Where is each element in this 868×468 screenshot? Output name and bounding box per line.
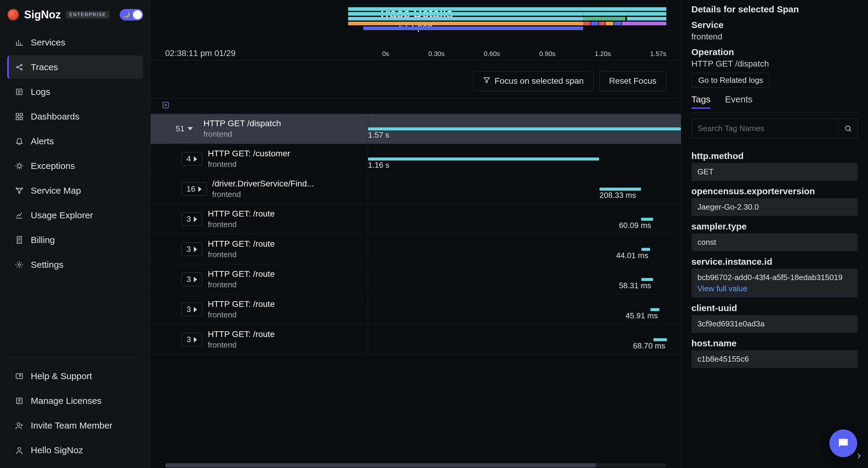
main: Trace Details 51 Span 02:38:11 pm 01/29 … [151, 0, 868, 468]
child-count-pill[interactable]: 3 [181, 333, 202, 346]
grid-icon [14, 112, 24, 121]
nav-divider [7, 358, 143, 358]
chat-fab[interactable] [830, 430, 857, 457]
overview-segment [348, 22, 583, 25]
caret-right-icon [194, 307, 197, 312]
sidebar-item-hello-signoz[interactable]: Hello SigNoz [7, 438, 143, 462]
overview-row [348, 17, 666, 21]
span-row-right: 58.31 ms [368, 264, 681, 294]
sidebar-item-billing[interactable]: Billing [7, 228, 143, 252]
tab-events[interactable]: Events [725, 94, 752, 109]
tag-value: c1b8e45155c6 [691, 350, 858, 368]
svg-rect-7 [20, 117, 22, 120]
sidebar-item-alerts[interactable]: Alerts [7, 130, 143, 153]
filter-icon [483, 76, 490, 86]
child-count: 51 [176, 124, 184, 133]
sidebar-item-traces[interactable]: Traces [7, 56, 143, 79]
child-count-pill[interactable]: 51 [170, 122, 198, 136]
child-count: 3 [187, 214, 191, 224]
sidebar-item-label: Invite Team Member [31, 421, 113, 431]
child-count-pill[interactable]: 4 [181, 152, 202, 166]
span-row[interactable]: 3HTTP GET: /routefrontend44.01 ms [151, 234, 681, 264]
key-icon [14, 396, 24, 406]
time-axis: 02:38:11 pm 01/29 0s0.30s0.60s0.90s1.20s… [151, 48, 681, 60]
overview-segment [583, 12, 628, 16]
operation-name: HTTP GET: /route [208, 330, 275, 339]
sidebar-item-exceptions[interactable]: Exceptions [7, 154, 143, 178]
span-row[interactable]: 16/driver.DriverService/Find...frontend2… [151, 174, 681, 204]
child-count-pill[interactable]: 16 [181, 182, 207, 196]
sidebar-item-invite-team-member[interactable]: Invite Team Member [7, 414, 143, 437]
tag-search-input[interactable] [691, 119, 838, 138]
overview-segment [591, 22, 598, 25]
operation-name: HTTP GET: /route [208, 299, 275, 309]
span-row[interactable]: 4HTTP GET: /customerfrontend1.16 s [151, 144, 681, 174]
logs-icon [14, 87, 24, 97]
related-logs-button[interactable]: Go to Related logs [691, 73, 770, 88]
span-row[interactable]: 3HTTP GET: /routefrontend60.09 ms [151, 204, 681, 234]
tag-key: host.name [691, 338, 858, 348]
child-count-pill[interactable]: 3 [181, 242, 202, 256]
svg-point-8 [18, 164, 21, 168]
view-full-value-link[interactable]: View full value [698, 284, 747, 293]
sidebar-item-settings[interactable]: Settings [7, 253, 143, 276]
details-tabs: Tags Events [691, 94, 858, 113]
span-row[interactable]: 3HTTP GET: /routefrontend45.91 ms [151, 295, 681, 325]
tag-value: const [691, 233, 858, 251]
tag-key: client-uuid [691, 303, 858, 313]
horizontal-scrollbar[interactable] [165, 463, 666, 467]
sidebar-item-service-map[interactable]: Service Map [7, 179, 143, 202]
tab-tags[interactable]: Tags [691, 94, 710, 109]
brand-bar: SigNoz ENTERPRISE [7, 6, 143, 30]
tag-search-button[interactable] [838, 119, 858, 138]
sidebar-item-label: Settings [31, 260, 63, 270]
svg-point-2 [21, 69, 22, 70]
span-row[interactable]: 3HTTP GET: /routefrontend68.70 ms [151, 325, 681, 355]
sidebar-item-label: Traces [31, 62, 58, 72]
chevron-right-icon[interactable] [853, 450, 865, 462]
reset-focus-button[interactable]: Reset Focus [599, 71, 666, 91]
span-bar [368, 158, 599, 161]
span-duration-label: 1.57 s [368, 130, 390, 140]
span-duration-label: 60.09 ms [619, 221, 651, 230]
svg-point-11 [19, 192, 20, 194]
span-rows: 51HTTP GET /dispatchfrontend1.57 s4HTTP … [151, 114, 681, 355]
sidebar-item-logs[interactable]: Logs [7, 80, 143, 104]
bar-chart-icon [14, 38, 24, 47]
span-row-left: 3HTTP GET: /routefrontend [151, 325, 368, 355]
child-count: 16 [187, 184, 195, 194]
child-count-pill[interactable]: 3 [181, 303, 202, 316]
sidebar-item-label: Exceptions [31, 161, 75, 171]
span-row[interactable]: 51HTTP GET /dispatchfrontend1.57 s [151, 114, 681, 144]
sidebar-item-services[interactable]: Services [7, 31, 143, 54]
span-row[interactable]: 3HTTP GET: /routefrontend58.31 ms [151, 264, 681, 295]
sidebar-item-help-support[interactable]: Help & Support [7, 364, 143, 388]
sidebar-item-label: Help & Support [31, 371, 92, 381]
theme-toggle[interactable] [120, 9, 143, 21]
axis-tick: 0.90s [539, 50, 555, 58]
trace-timestamp: 02:38:11 pm 01/29 [165, 48, 382, 58]
child-count: 3 [187, 335, 191, 344]
user-icon [14, 445, 24, 455]
svg-rect-6 [16, 117, 19, 120]
operation-label: Operation [691, 47, 858, 57]
brand-logo [7, 9, 19, 21]
service-label: Service [691, 20, 858, 30]
child-count-pill[interactable]: 3 [181, 272, 202, 286]
child-count-pill[interactable]: 3 [181, 212, 202, 226]
brand-name: SigNoz [24, 8, 61, 21]
span-bar [641, 248, 650, 251]
service-name: frontend [204, 130, 281, 139]
caret-right-icon [198, 187, 202, 192]
service-name: frontend [208, 160, 290, 169]
sidebar-item-usage-explorer[interactable]: Usage Explorer [7, 204, 143, 227]
tag-key: opencensus.exporterversion [691, 186, 858, 196]
trace-overview[interactable] [348, 7, 666, 30]
sidebar-item-label: Billing [31, 235, 55, 245]
sidebar-item-label: Dashboards [31, 111, 80, 122]
span-bar [650, 308, 659, 311]
sidebar-item-manage-licenses[interactable]: Manage Licenses [7, 389, 143, 412]
sidebar-item-dashboards[interactable]: Dashboards [7, 105, 143, 128]
expand-all-button[interactable] [151, 98, 681, 114]
focus-span-button[interactable]: Focus on selected span [473, 71, 594, 91]
